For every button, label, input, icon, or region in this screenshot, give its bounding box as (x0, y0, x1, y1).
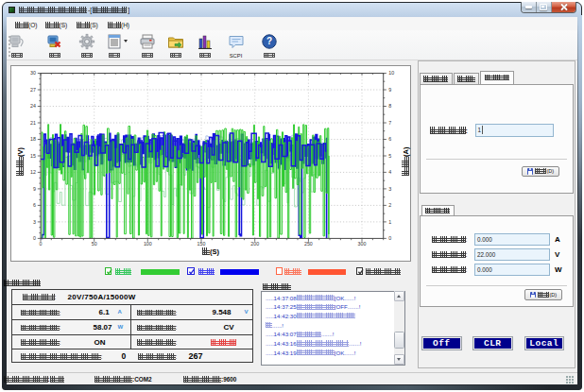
svg-text:2: 2 (388, 202, 391, 208)
svg-text:100: 100 (144, 241, 152, 247)
svg-text:27: 27 (30, 87, 36, 93)
svg-text:3: 3 (388, 186, 391, 192)
svg-text:3: 3 (33, 219, 36, 225)
svg-text:12: 12 (30, 169, 36, 175)
svg-text:6: 6 (33, 202, 36, 208)
svg-text:10: 10 (388, 70, 394, 76)
svg-text:?: ? (266, 36, 272, 46)
svg-text:1: 1 (388, 219, 391, 225)
svg-text:200: 200 (250, 241, 259, 247)
svg-text:15: 15 (30, 153, 36, 159)
svg-text:4: 4 (388, 169, 391, 175)
svg-text:300: 300 (358, 241, 367, 247)
svg-text:18: 18 (30, 136, 36, 142)
svg-text:0: 0 (388, 235, 391, 241)
svg-text:24: 24 (30, 103, 36, 109)
svg-text:50: 50 (92, 241, 97, 247)
svg-text:8: 8 (388, 103, 391, 109)
svg-text:6: 6 (388, 136, 391, 142)
svg-text:30: 30 (30, 70, 36, 76)
svg-text:0: 0 (40, 241, 43, 247)
svg-text:7: 7 (388, 120, 391, 126)
svg-text:5: 5 (388, 153, 391, 159)
svg-text:9: 9 (388, 87, 391, 93)
svg-text:9: 9 (33, 186, 36, 192)
svg-text:250: 250 (304, 241, 313, 247)
svg-text:150: 150 (198, 241, 206, 247)
svg-text:0: 0 (33, 235, 36, 241)
svg-text:21: 21 (30, 120, 36, 126)
